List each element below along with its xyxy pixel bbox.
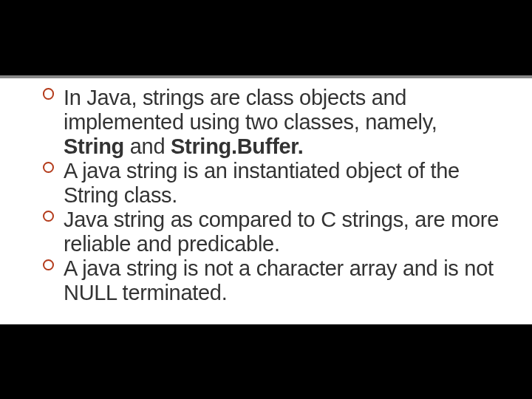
text-strong: String.Buffer. [171, 134, 303, 158]
text-run: and [130, 134, 171, 158]
bullet-text: Java string as compared to C strings, ar… [64, 208, 499, 256]
slide-body: In Java, strings are class objects and i… [0, 75, 532, 324]
list-item: In Java, strings are class objects and i… [43, 86, 502, 159]
bullet-text: In Java, strings are class objects and i… [64, 86, 437, 158]
bullet-icon [43, 88, 54, 99]
bullet-icon [43, 162, 54, 173]
list-item: A java string is not a character array a… [43, 256, 502, 305]
text-run: In Java, strings are class objects and i… [64, 86, 437, 134]
bullet-text: A java string is not a character array a… [64, 256, 494, 304]
list-item: A java string is an instantiated object … [43, 159, 502, 208]
bullet-icon [43, 211, 54, 222]
bullet-text: A java string is an instantiated object … [64, 159, 460, 207]
bullet-icon [43, 259, 54, 270]
list-item: Java string as compared to C strings, ar… [43, 208, 502, 256]
slide: In Java, strings are class objects and i… [0, 0, 532, 399]
text-strong: String [64, 134, 130, 158]
